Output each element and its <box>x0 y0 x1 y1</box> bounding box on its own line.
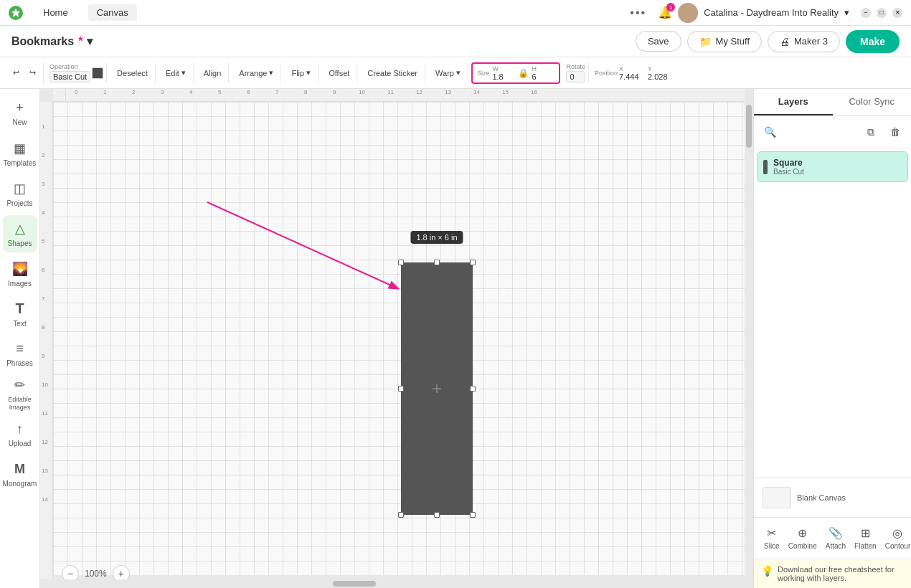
selection-handle-mr[interactable] <box>470 386 476 392</box>
sidebar-item-images[interactable]: 🌄 Images <box>3 255 37 293</box>
canvas-preview: Blank Canvas <box>754 478 911 517</box>
create-sticker-button[interactable]: Create Sticker <box>363 63 422 83</box>
save-button[interactable]: Save <box>636 31 681 52</box>
rotate-value: 0 <box>566 71 585 82</box>
edit-button[interactable]: Edit ▾ <box>161 63 190 83</box>
templates-icon: ▦ <box>14 141 26 156</box>
ruler-mark: 14 <box>473 89 480 95</box>
monogram-icon: M <box>14 462 25 477</box>
modified-indicator: * <box>78 35 82 48</box>
delete-layer-button[interactable]: 🗑 <box>885 122 905 142</box>
minimize-button[interactable]: − <box>861 8 871 18</box>
sidebar-item-templates[interactable]: ▦ Templates <box>3 135 37 172</box>
x-position-input[interactable]: X 7.444 <box>619 65 642 81</box>
size-group: Size W 1.8 🔒 H 6 <box>471 62 561 84</box>
sidebar-item-new[interactable]: + New <box>3 95 37 132</box>
slice-icon: ✂ <box>767 526 776 540</box>
projects-icon: ◫ <box>14 181 26 196</box>
ruler-mark: 8 <box>304 89 307 95</box>
make-button[interactable]: Make <box>846 30 900 53</box>
zoom-value: 100% <box>82 569 110 579</box>
layer-name: Square <box>773 158 902 168</box>
maximize-button[interactable]: □ <box>877 8 887 18</box>
layer-item[interactable]: Square Basic Cut <box>757 151 908 182</box>
tab-home[interactable]: Home <box>34 4 77 21</box>
right-panel: Layers Color Sync 🔍 ⧉ 🗑 Square Basic Cut <box>753 89 911 588</box>
sidebar-item-phrases[interactable]: ≡ Phrases <box>3 336 37 373</box>
attach-button[interactable]: 📎 Attach <box>821 523 850 553</box>
contour-button[interactable]: ◎ Contour <box>881 523 911 553</box>
sidebar-item-editable-images[interactable]: ✏ Editable Images <box>3 376 37 413</box>
avatar <box>678 3 698 23</box>
editable-images-icon: ✏ <box>14 377 25 393</box>
title-dropdown-icon[interactable]: ▾ <box>87 34 93 48</box>
sidebar-item-label: Editable Images <box>3 396 37 412</box>
sidebar-item-text[interactable]: T Text <box>3 295 37 333</box>
search-button[interactable]: 🔍 <box>760 122 780 142</box>
toolbar: ↩ ↪ Operation Basic Cut Deselect Edit ▾ … <box>0 57 911 89</box>
y-position-input[interactable]: Y 2.028 <box>648 65 671 81</box>
edit-group: Edit ▾ <box>159 63 194 83</box>
height-input[interactable]: H 6 <box>532 65 554 81</box>
undo-redo-group: ↩ ↪ <box>6 63 44 83</box>
rotate-group: Rotate 0 <box>563 63 589 82</box>
operation-select[interactable]: Operation Basic Cut <box>49 63 90 82</box>
selection-handle-tr[interactable] <box>470 260 476 265</box>
selection-handle-tm[interactable] <box>434 260 440 265</box>
ruler-mark: 0 <box>75 89 77 95</box>
width-input[interactable]: W 1.8 <box>492 65 515 81</box>
title-text: Bookmarks <box>11 35 74 48</box>
undo-button[interactable]: ↩ <box>9 63 24 83</box>
attach-icon: 📎 <box>829 526 843 540</box>
deselect-button[interactable]: Deselect <box>113 63 152 83</box>
delete-icon: 🗑 <box>890 126 900 138</box>
ruler-mark: 6 <box>247 89 250 95</box>
arrange-button[interactable]: Arrange ▾ <box>235 63 278 83</box>
vertical-scroll-thumb[interactable] <box>746 105 752 148</box>
shapes-icon: △ <box>15 221 25 237</box>
selection-handle-br[interactable] <box>470 512 476 518</box>
close-button[interactable]: ✕ <box>892 8 902 18</box>
align-button[interactable]: Align <box>199 63 225 83</box>
selection-handle-ml[interactable] <box>398 386 404 392</box>
offset-button[interactable]: Offset <box>324 63 354 83</box>
horizontal-scrollbar[interactable] <box>53 579 753 588</box>
duplicate-layer-button[interactable]: ⧉ <box>861 122 881 142</box>
position-label: Position <box>595 70 618 77</box>
rotate-control[interactable]: Rotate 0 <box>566 63 585 82</box>
sidebar-item-monogram[interactable]: M Monogram <box>3 456 37 493</box>
flatten-button[interactable]: ⊞ Flatten <box>850 523 881 553</box>
sidebar-item-shapes[interactable]: △ Shapes <box>3 215 37 252</box>
vertical-scrollbar[interactable] <box>745 102 753 579</box>
tab-canvas[interactable]: Canvas <box>88 4 137 21</box>
create-sticker-group: Create Sticker <box>360 63 425 83</box>
maker3-button[interactable]: 🖨 Maker 3 <box>768 31 840 52</box>
ruler-mark: 4 <box>189 89 192 95</box>
slice-button[interactable]: ✂ Slice <box>760 523 784 553</box>
canvas-content[interactable]: 1.8 in × 6 in + <box>53 102 753 575</box>
canvas-area[interactable]: 0 1 2 3 4 5 6 7 8 9 10 11 12 13 14 15 16… <box>40 89 753 588</box>
my-stuff-button[interactable]: 📁 My Stuff <box>687 31 762 52</box>
selection-handle-tl[interactable] <box>398 260 404 265</box>
flip-button[interactable]: Flip ▾ <box>287 63 315 83</box>
warp-button[interactable]: Warp ▾ <box>431 63 465 83</box>
sidebar-item-projects[interactable]: ◫ Projects <box>3 175 37 212</box>
lock-icon[interactable]: 🔒 <box>518 68 529 78</box>
shape-rectangle[interactable]: + <box>401 262 473 515</box>
selection-handle-bm[interactable] <box>434 512 440 518</box>
horizontal-scroll-thumb[interactable] <box>333 581 376 587</box>
combine-button[interactable]: ⊕ Combine <box>784 523 821 553</box>
redo-button[interactable]: ↪ <box>25 63 40 83</box>
sidebar-item-upload[interactable]: ↑ Upload <box>3 416 37 453</box>
document-title: Bookmarks* ▾ <box>11 34 93 48</box>
selection-handle-bl[interactable] <box>398 512 404 518</box>
notification-icon[interactable]: 🔔1 <box>658 6 672 19</box>
more-button[interactable]: ••• <box>630 6 646 19</box>
color-swatch[interactable] <box>92 67 103 79</box>
window-controls: − □ ✕ <box>861 8 902 18</box>
shape-container[interactable]: 1.8 in × 6 in + <box>397 252 476 525</box>
dropdown-icon[interactable]: ▾ <box>844 7 849 18</box>
tab-layers[interactable]: Layers <box>754 89 833 115</box>
tab-color-sync[interactable]: Color Sync <box>833 89 912 115</box>
phrases-icon: ≡ <box>16 341 24 356</box>
